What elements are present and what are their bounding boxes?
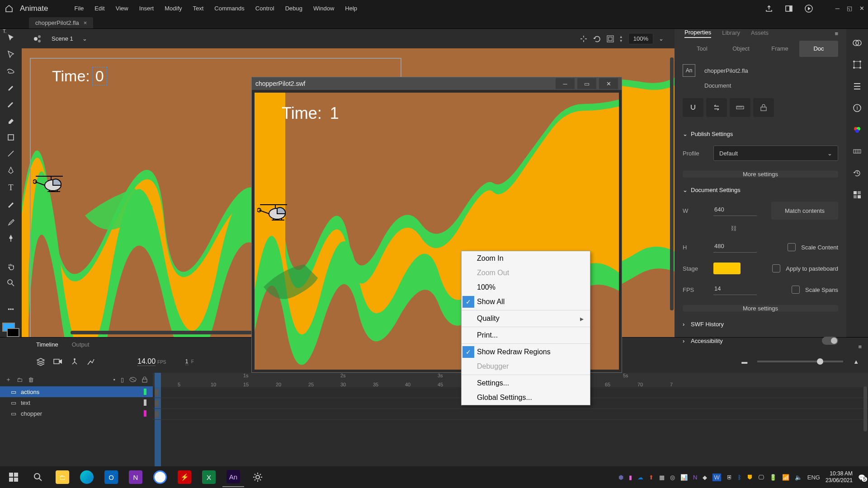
delete-layer-icon[interactable]: 🗑 — [28, 376, 34, 383]
chevron-down-icon[interactable]: ⌄ — [683, 187, 687, 193]
ctx-quality[interactable]: Quality▸ — [462, 311, 590, 326]
file-tab[interactable]: chopperPilot2.fla × — [29, 17, 93, 28]
fps-input[interactable]: 14 — [713, 284, 757, 295]
menu-debug[interactable]: Debug — [281, 3, 307, 14]
scale-spans-checkbox[interactable] — [792, 286, 800, 294]
width-input[interactable]: 640 — [713, 205, 757, 216]
new-folder-icon[interactable]: 🗀 — [17, 376, 23, 383]
bone-tool-icon[interactable] — [5, 201, 17, 209]
parent-view-icon[interactable] — [71, 357, 79, 366]
align-icon[interactable] — [851, 80, 863, 92]
zoom-out-tracks-icon[interactable]: ▬ — [741, 358, 747, 365]
swf-minimize-button[interactable]: ─ — [556, 78, 575, 89]
tray-onedrive-icon[interactable]: ☁ — [637, 474, 643, 481]
eyedropper-tool-icon[interactable] — [5, 218, 17, 226]
ctx-settings[interactable]: Settings... — [462, 376, 590, 390]
tab-library[interactable]: Library — [722, 29, 740, 38]
more-tools-icon[interactable]: ••• — [5, 305, 17, 313]
more-publish-settings-button[interactable]: More settings — [683, 171, 838, 178]
lasso-tool-icon[interactable] — [5, 67, 17, 75]
new-layer-icon[interactable]: ＋ — [5, 375, 11, 384]
tab-properties[interactable]: Properties — [684, 29, 711, 38]
layer-dot-icon[interactable]: • — [113, 376, 115, 383]
home-icon[interactable] — [4, 3, 14, 14]
center-stage-icon[interactable] — [580, 35, 588, 43]
more-doc-settings-button[interactable]: More settings — [683, 305, 838, 312]
layer-highlight-icon[interactable]: ▯ — [121, 376, 124, 383]
height-input[interactable]: 480 — [713, 242, 757, 253]
scale-content-checkbox[interactable] — [788, 243, 796, 251]
text-tool-icon[interactable]: T — [5, 183, 17, 192]
apply-pasteboard-checkbox[interactable] — [772, 264, 780, 272]
ctx-zoom-in[interactable]: Zoom In — [462, 251, 590, 266]
scene-tree-icon[interactable] — [33, 34, 42, 44]
transform-icon[interactable] — [851, 59, 863, 70]
taskbar-explorer[interactable]: 🗀 — [52, 467, 73, 487]
swf-close-button[interactable]: ✕ — [599, 78, 618, 89]
taskbar-flash[interactable]: ⚡ — [174, 467, 195, 487]
stage-hscrollbar[interactable] — [71, 331, 260, 334]
taskbar-outlook[interactable]: O — [100, 467, 122, 487]
camera-icon[interactable] — [53, 358, 62, 365]
stage-scrollbar[interactable] — [670, 57, 674, 310]
ctx-show-redraw[interactable]: ✓Show Redraw Regions — [462, 345, 590, 359]
play-icon[interactable] — [805, 5, 814, 13]
rotate-view-icon[interactable] — [593, 35, 601, 43]
menu-commands[interactable]: Commands — [210, 3, 249, 14]
tray-updater-icon[interactable]: ⬆ — [649, 474, 654, 481]
ctx-100pct[interactable]: 100% — [462, 280, 590, 295]
menu-help[interactable]: Help — [340, 3, 362, 14]
publish-settings-header[interactable]: Publish Settings — [691, 131, 733, 137]
zoom-stepper-icon[interactable]: ▲▼ — [619, 35, 623, 43]
subselection-tool-icon[interactable] — [5, 50, 17, 58]
selection-tool-icon[interactable] — [5, 33, 17, 42]
pen-tool-icon[interactable] — [5, 166, 17, 174]
tray-battery-icon[interactable]: 🔋 — [769, 474, 777, 481]
swf-maximize-button[interactable]: ▭ — [577, 78, 596, 89]
match-contents-button[interactable]: Match contents — [771, 202, 838, 220]
history-icon[interactable] — [851, 167, 863, 179]
start-button[interactable] — [3, 467, 24, 487]
tray-security-icon[interactable]: ⛨ — [726, 474, 732, 481]
taskbar-animate[interactable]: An — [222, 467, 244, 487]
tray-volume-icon[interactable]: 🔈 — [795, 474, 802, 481]
tray-app4-icon[interactable]: 📊 — [680, 474, 688, 481]
chopper-sprite[interactable] — [33, 173, 71, 194]
tray-app6-icon[interactable]: ◆ — [703, 474, 707, 481]
panel-menu-icon[interactable]: ≡ — [835, 30, 838, 37]
layer-row[interactable]: ▭ text — [0, 397, 153, 408]
zoom-value[interactable]: 100% — [628, 33, 653, 44]
components-icon[interactable] — [851, 189, 863, 201]
tray-shield-icon[interactable]: ⛊ — [747, 474, 753, 481]
zoom-tool-icon[interactable] — [5, 279, 17, 287]
window-close[interactable]: ✕ — [859, 5, 864, 12]
menu-text[interactable]: Text — [189, 3, 208, 14]
profile-select[interactable]: Default⌄ — [713, 145, 838, 161]
track-lane[interactable] — [153, 409, 868, 420]
lock-icon[interactable] — [753, 98, 774, 117]
layers-icon[interactable] — [36, 357, 45, 366]
scene-name[interactable]: Scene 1 — [52, 35, 73, 42]
timeline-scrollbar[interactable] — [863, 386, 867, 432]
menu-insert[interactable]: Insert — [135, 3, 159, 14]
search-button[interactable] — [27, 467, 49, 487]
brush-tool-icon[interactable] — [5, 83, 17, 91]
window-minimize[interactable]: ─ — [835, 5, 840, 12]
zoom-dropdown-icon[interactable]: ⌄ — [659, 35, 664, 42]
chevron-right-icon[interactable]: › — [683, 321, 687, 328]
accessibility-toggle[interactable] — [822, 337, 838, 345]
tray-clock[interactable]: 10:38 AM 23/06/2021 — [826, 470, 853, 484]
stroke-color-icon[interactable] — [7, 328, 19, 337]
swap-symbol-icon[interactable] — [706, 98, 727, 117]
tray-word-icon[interactable]: W — [712, 474, 721, 481]
ctx-print[interactable]: Print... — [462, 328, 590, 343]
tray-app1-icon[interactable]: ▮ — [629, 474, 632, 481]
document-settings-header[interactable]: Document Settings — [691, 187, 741, 193]
tray-app2-icon[interactable]: ▦ — [659, 474, 665, 481]
info-icon[interactable]: i — [851, 102, 863, 114]
eraser-tool-icon[interactable] — [5, 117, 17, 125]
taskbar-excel[interactable]: X — [198, 467, 220, 487]
layer-row[interactable]: ▭ chopper — [0, 408, 153, 419]
share-icon[interactable] — [765, 5, 774, 13]
ctx-show-all[interactable]: ✓Show All — [462, 295, 590, 309]
